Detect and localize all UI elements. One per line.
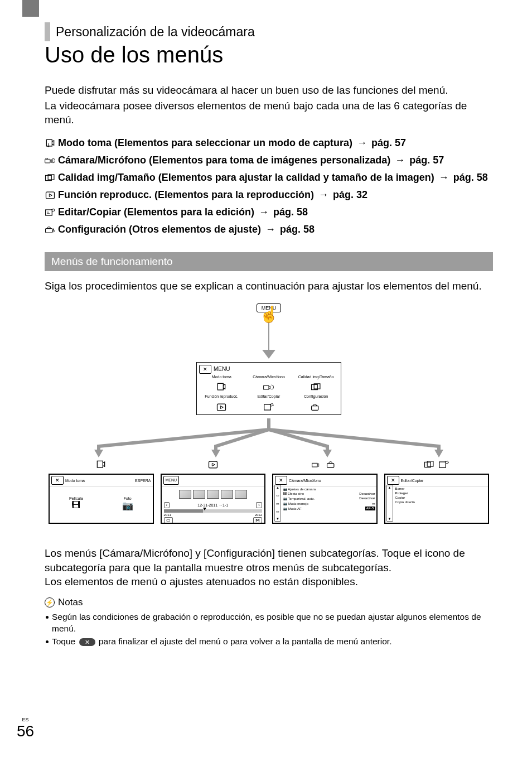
note-text: Toque ✕ para finalizar el ajuste del men… bbox=[52, 636, 391, 648]
thumbnail bbox=[235, 490, 247, 499]
funcion-reproducc-icon bbox=[207, 457, 219, 470]
screen-col-camara: ✕ Cámara/Micrófono ▲ ▭▭▭ ▼ 📷 Ajustes de … bbox=[272, 457, 378, 524]
up-arrow-icon: ▲ bbox=[276, 486, 279, 489]
configuracion-icon bbox=[293, 400, 338, 412]
note2-suffix: para finalizar el ajuste del menú o para… bbox=[99, 637, 392, 646]
notes-header: ⚡ Notas bbox=[45, 597, 493, 608]
chapter-marker bbox=[45, 22, 50, 41]
editar-copiar-icon bbox=[438, 457, 449, 470]
editar-copiar-icon bbox=[45, 206, 56, 218]
thumbnail-row bbox=[162, 490, 265, 499]
svg-marker-18 bbox=[211, 450, 220, 457]
section-description: Siga los procedimientos que se explican … bbox=[45, 280, 493, 292]
chapter-header: Personalización de la videocámara bbox=[45, 22, 493, 41]
svg-rect-0 bbox=[46, 140, 52, 147]
scroll-sidebar: ▲ ▭▭▭ ▼ bbox=[274, 485, 281, 522]
menu-label: MENU bbox=[163, 476, 180, 485]
bullet-icon bbox=[46, 640, 49, 643]
row-value: Desactivar bbox=[359, 496, 375, 500]
menu-overview-screen: ✕ MENU Modo toma Cámara/Micrófono bbox=[196, 362, 341, 415]
timeline-marker-icon bbox=[203, 508, 206, 510]
page-number-area: ES 56 bbox=[17, 717, 34, 740]
svg-rect-9 bbox=[53, 229, 54, 230]
tap-hand-icon: ☝ bbox=[259, 310, 279, 320]
list-item: Copiar bbox=[394, 495, 489, 500]
configuracion-icon bbox=[326, 457, 337, 470]
cell-label: Configuración bbox=[304, 394, 328, 398]
down-arrow-icon bbox=[262, 350, 275, 359]
close-pill-icon: ✕ bbox=[79, 638, 95, 646]
svg-rect-21 bbox=[98, 461, 103, 467]
screen-reproducc: MENU ‹ 12-31-2011 bbox=[161, 474, 266, 524]
cat-funcion-reproducc: Función reproducc. (Elementos para la re… bbox=[45, 189, 493, 201]
thumbnail bbox=[193, 490, 205, 499]
svg-rect-15 bbox=[264, 404, 271, 410]
film-icon: 🎞 bbox=[69, 500, 83, 510]
arrow-icon: → bbox=[357, 137, 367, 149]
row-value: Desactivar bbox=[359, 492, 375, 495]
cell-label: Función reproducc. bbox=[205, 394, 238, 398]
close-icon: ✕ bbox=[387, 476, 399, 485]
year-left: 2011 bbox=[164, 513, 171, 517]
share-icon: ⋈ bbox=[253, 517, 262, 523]
category-list: Modo toma (Elementos para seleccionar un… bbox=[45, 137, 493, 235]
arrow-icon: → bbox=[439, 172, 449, 184]
cat-label: Editar/Copiar (Elementos para la edición… bbox=[58, 206, 254, 218]
svg-rect-22 bbox=[209, 461, 217, 468]
screen-col-reproducc: MENU ‹ 12-31-2011 bbox=[161, 457, 266, 524]
camara-microfono-icon bbox=[312, 457, 323, 470]
svg-marker-19 bbox=[323, 450, 332, 457]
modo-toma-icon bbox=[199, 380, 244, 392]
close-icon: ✕ bbox=[51, 476, 64, 485]
option-label: Foto bbox=[122, 496, 133, 500]
intro-line-2: La videocámara posee diversos elementos … bbox=[45, 99, 493, 127]
intro-line-1: Puede disfrutar más su videocámara al ha… bbox=[45, 83, 493, 98]
screen-title: Cámara/Micrófono bbox=[289, 479, 321, 483]
overview-cell-config: Configuración bbox=[293, 394, 338, 412]
row-label: Copiar bbox=[395, 496, 405, 499]
modo-toma-icon bbox=[95, 457, 107, 470]
screen-title: Editar/Copiar bbox=[401, 479, 424, 483]
fan-connector bbox=[49, 418, 489, 457]
cat-page: pág. 58 bbox=[273, 206, 308, 218]
modo-toma-icon bbox=[45, 137, 56, 149]
svg-rect-23 bbox=[312, 463, 317, 467]
svg-marker-20 bbox=[434, 450, 443, 457]
row-value: AF-S bbox=[365, 507, 375, 510]
screen-modo-toma: ✕ Modo toma ESPERA Película 🎞 Foto � bbox=[49, 474, 154, 524]
overview-cell-camara: Cámara/Micrófono bbox=[246, 375, 292, 393]
side-tab bbox=[22, 0, 39, 17]
notes-icon: ⚡ bbox=[45, 597, 55, 607]
svg-point-8 bbox=[53, 230, 55, 232]
arrow-icon: → bbox=[395, 155, 405, 166]
camera-icon: 📷 bbox=[122, 500, 133, 511]
note-text: Según las condiciones de grabación o rep… bbox=[52, 611, 493, 635]
next-arrow-icon: › bbox=[256, 502, 262, 508]
overview-cell-reproducc: Función reproducc. bbox=[199, 394, 244, 412]
arrow-icon: → bbox=[265, 224, 275, 235]
overview-cell-modo-toma: Modo toma bbox=[199, 375, 244, 393]
bottom-para-1: Los menús [Cámara/Micrófono] y [Configur… bbox=[45, 546, 493, 575]
bottom-text: Los menús [Cámara/Micrófono] y [Configur… bbox=[45, 546, 493, 589]
cat-page: pág. 57 bbox=[409, 155, 444, 166]
cat-label: Modo toma (Elementos para seleccionar un… bbox=[58, 137, 352, 149]
svg-rect-1 bbox=[45, 160, 50, 163]
up-arrow-icon: ▲ bbox=[388, 486, 391, 489]
arrow-icon: → bbox=[259, 206, 269, 218]
cat-modo-toma: Modo toma (Elementos para seleccionar un… bbox=[45, 137, 493, 149]
year-right: 2012 bbox=[255, 513, 262, 517]
list-item: 📷 Ajustes de cámara bbox=[282, 486, 376, 491]
connector-line bbox=[268, 322, 269, 350]
cat-page: pág. 58 bbox=[280, 224, 315, 235]
page-number: 56 bbox=[17, 722, 34, 740]
four-screens-row: ✕ Modo toma ESPERA Película 🎞 Foto � bbox=[49, 457, 489, 524]
close-icon: ✕ bbox=[275, 476, 287, 485]
note-item: Según las condiciones de grabación o rep… bbox=[46, 611, 493, 635]
camara-microfono-icon bbox=[246, 380, 292, 392]
calidad-img-icon bbox=[45, 172, 56, 184]
configuracion-icon bbox=[45, 224, 56, 235]
notes-title: Notas bbox=[58, 597, 83, 608]
row-label: Borrar bbox=[395, 487, 405, 490]
row-label: Efecto cine bbox=[288, 492, 304, 495]
option-label: Película bbox=[69, 496, 83, 500]
